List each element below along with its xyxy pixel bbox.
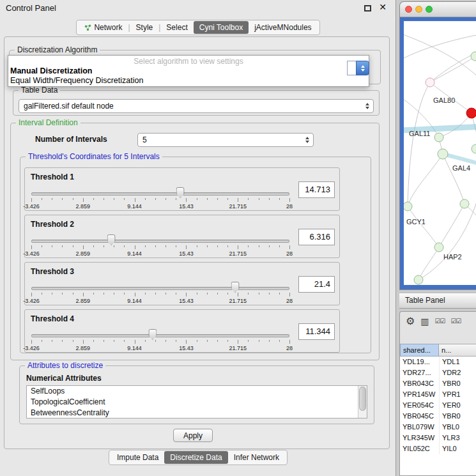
cell-shared-name: YLR345W: [400, 433, 439, 443]
network-node-label: HAP2: [443, 253, 462, 261]
cell-shared-name: YER054C: [400, 400, 439, 411]
table-row[interactable]: YIL052CYIL0: [400, 443, 476, 454]
network-node-green[interactable]: [438, 149, 448, 159]
table-row[interactable]: YBR045CYBR0: [400, 411, 476, 422]
threshold-slider[interactable]: -3.4262.8599.14415.4321.71528: [31, 186, 289, 210]
threshold-slider[interactable]: -3.4262.8599.14415.4321.71528: [31, 233, 289, 257]
attributes-group: Attributes to discretize Numerical Attri…: [19, 365, 374, 424]
table-row[interactable]: YBR043CYBR0: [400, 378, 476, 389]
threshold-label: Threshold 3: [31, 267, 74, 276]
slider-scale-label: -3.426: [23, 250, 40, 257]
table-row[interactable]: YER054CYER0: [400, 400, 476, 411]
table-row[interactable]: YDL19...YDL1: [400, 357, 476, 367]
tab-cyni-toolbox[interactable]: Cyni Toolbox: [194, 21, 249, 34]
slider-scale-label: 15.43: [179, 250, 194, 257]
attribute-item-selfloops[interactable]: SelfLoops: [27, 386, 367, 397]
threshold-label: Threshold 1: [31, 173, 74, 181]
algorithm-dropdown-placeholder: Select algorithm to view settings: [8, 56, 369, 66]
dropdown-option-equal-width-frequency-discretization[interactable]: Equal Width/Frequency Discretization: [8, 76, 369, 86]
table-row[interactable]: YDR27...YDR2: [400, 367, 476, 378]
table-row[interactable]: YPR145WYPR1: [400, 389, 476, 400]
slider-scale-label: 28: [286, 345, 293, 351]
float-window-icon[interactable]: [364, 5, 371, 12]
network-node-green[interactable]: [472, 144, 476, 153]
list-scrollbar-thumb[interactable]: [359, 387, 366, 411]
table-data-combo-value: galFiltered.sif default node: [19, 102, 114, 111]
table-row[interactable]: YBL079WYBL0: [400, 422, 476, 433]
table-data-combo[interactable]: galFiltered.sif default node: [19, 99, 374, 113]
table-data-group: Table Data galFiltered.sif default node: [13, 90, 380, 116]
algorithm-combo-field-fragment[interactable]: [347, 61, 357, 75]
list-scrollbar[interactable]: [358, 386, 367, 418]
apply-button[interactable]: Apply: [173, 429, 213, 442]
threshold-value-field[interactable]: 11.344: [298, 323, 335, 340]
network-node-green[interactable]: [471, 52, 476, 61]
close-icon[interactable]: ✕: [379, 2, 387, 12]
slider-thumb[interactable]: [107, 234, 116, 245]
cell-shared-name: YDR27...: [400, 367, 439, 378]
attributes-group-label: Attributes to discretize: [25, 361, 105, 370]
tab-jactivemnodules[interactable]: jActiveMNodules: [249, 21, 317, 34]
dropdown-option-manual-discretization[interactable]: Manual Discretization: [8, 66, 369, 76]
columns-icon[interactable]: ▥: [420, 317, 429, 326]
zoom-traffic-icon[interactable]: [426, 6, 433, 13]
slider-thumb[interactable]: [176, 187, 185, 198]
slider-scale-label: 2.859: [76, 345, 91, 351]
gear-icon[interactable]: ⚙: [406, 316, 415, 326]
column-header-shared-name[interactable]: shared...: [400, 344, 439, 357]
algorithm-combo-stepper[interactable]: [356, 61, 369, 75]
threshold-slider[interactable]: -3.4262.8599.14415.4321.71528: [31, 280, 289, 305]
slider-ticks: [31, 340, 289, 344]
slider-scale-label: 21.715: [229, 345, 247, 351]
threshold-panel: Threshold 2 -3.4262.8599.14415.4321.7152…: [24, 215, 340, 258]
numerical-attributes-list[interactable]: SelfLoopsTopologicalCoefficientBetweenne…: [26, 385, 367, 418]
tab-style[interactable]: Style: [130, 21, 159, 34]
attribute-item-topologicalcoefficient[interactable]: TopologicalCoefficient: [27, 397, 367, 408]
threshold-label: Threshold 2: [31, 220, 74, 229]
table-row[interactable]: YLR345WYLR3: [400, 433, 476, 443]
tab-label: Style: [136, 23, 153, 32]
network-node-green[interactable]: [434, 243, 443, 252]
slider-thumb[interactable]: [231, 282, 240, 293]
tab-network[interactable]: Network: [79, 21, 128, 34]
slider-scale-label: -3.426: [23, 345, 40, 351]
cell-shared-name: YBL079W: [400, 422, 439, 433]
network-node-green[interactable]: [460, 199, 469, 208]
minimize-traffic-icon[interactable]: [415, 6, 422, 13]
network-window-titlebar[interactable]: [400, 2, 476, 17]
slider-thumb[interactable]: [148, 329, 157, 340]
table-panel-header[interactable]: Table Panel: [399, 293, 476, 309]
slider-scale-label: 15.43: [179, 298, 194, 304]
threshold-value-field[interactable]: 6.316: [298, 229, 335, 245]
stepper-down-icon: [361, 69, 365, 72]
network-canvas[interactable]: GAL80GAL11GAL4GCY1HAP2: [404, 21, 476, 285]
tab-label: jActiveMNodules: [254, 23, 311, 32]
cell-shared-name: YIL052C: [400, 443, 439, 454]
slider-scale-label: 28: [286, 250, 293, 257]
cell-name: YBL0: [439, 422, 476, 433]
screen: Control Panel ✕ Network|Style|SelectCyni…: [0, 0, 476, 476]
threshold-value-field[interactable]: 21.4: [298, 276, 335, 293]
tab-discretize-data[interactable]: Discretize Data: [164, 451, 227, 464]
unselect-all-icon[interactable]: ☑☑: [451, 318, 461, 325]
tab-infer-network[interactable]: Infer Network: [228, 451, 285, 464]
tab-label: Infer Network: [234, 453, 279, 462]
tab-impute-data[interactable]: Impute Data: [111, 451, 164, 464]
tab-label: Cyni Toolbox: [199, 23, 243, 32]
tab-select[interactable]: Select: [160, 21, 193, 34]
select-all-icon[interactable]: ☑☑: [435, 318, 445, 325]
threshold-value-field[interactable]: 14.713: [298, 181, 335, 198]
attribute-item-betweennesscentrality[interactable]: BetweennessCentrality: [27, 408, 367, 418]
network-node-green[interactable]: [414, 275, 423, 284]
slider-ticks: [31, 198, 289, 203]
close-traffic-icon[interactable]: [405, 6, 412, 13]
threshold-slider[interactable]: -3.4262.8599.14415.4321.71528: [31, 328, 289, 352]
network-node-pink[interactable]: [426, 78, 434, 87]
network-node-green[interactable]: [404, 202, 412, 211]
slider-ticks: [31, 245, 289, 250]
network-node-green[interactable]: [434, 133, 443, 142]
column-header-name[interactable]: n...: [439, 344, 476, 357]
number-of-intervals-combo[interactable]: 5: [137, 133, 314, 147]
slider-ticks: [31, 293, 289, 297]
network-node-red[interactable]: [466, 108, 476, 118]
